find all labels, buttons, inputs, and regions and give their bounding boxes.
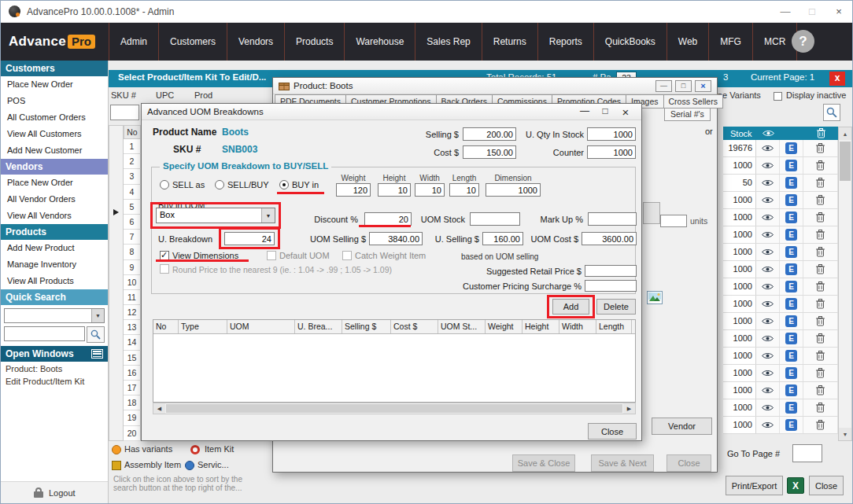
delete-row-button[interactable]	[803, 157, 838, 174]
view-row-button[interactable]	[756, 313, 780, 329]
sidebar-item[interactable]: Place New Order	[1, 76, 108, 93]
uom-dialog-titlebar[interactable]: Advanced UOM Breakdowns — □ ×	[142, 104, 641, 120]
edit-row-button[interactable]	[780, 313, 803, 329]
surcharge-field[interactable]	[585, 280, 637, 292]
length-field[interactable]: 10	[449, 183, 479, 197]
scrollbar-thumb[interactable]	[840, 142, 851, 181]
view-row-button[interactable]	[756, 261, 780, 278]
nav-menu-item[interactable]: Admin	[109, 23, 159, 61]
view-row-button[interactable]	[756, 157, 780, 174]
row-number-cell[interactable]: 11	[124, 290, 141, 305]
row-number-cell[interactable]: 4	[124, 185, 141, 200]
edit-row-button[interactable]	[780, 157, 803, 174]
row-number-cell[interactable]: 6	[124, 215, 141, 230]
open-window-item[interactable]: Product: Boots	[1, 363, 108, 374]
uom-grid-column-header[interactable]: No	[153, 320, 179, 333]
row-number-cell[interactable]: 2	[124, 154, 141, 169]
view-row-button[interactable]	[756, 348, 780, 364]
nav-menu-item[interactable]: Sales Rep	[415, 23, 482, 61]
open-window-item[interactable]: Edit Product/Item Kit	[1, 376, 108, 387]
view-row-button[interactable]	[756, 417, 780, 433]
edit-row-button[interactable]	[780, 175, 803, 191]
view-row-button[interactable]	[756, 192, 780, 208]
scroll-right-icon[interactable]: ▶	[623, 403, 635, 414]
radio-sell-as[interactable]: SELL as	[160, 180, 205, 189]
close-uom-button[interactable]: Close	[588, 423, 637, 440]
quick-search-button[interactable]	[87, 326, 105, 343]
delete-row-button[interactable]	[803, 175, 838, 191]
delete-row-button[interactable]	[803, 417, 838, 433]
sidebar-item[interactable]: All Vendor Orders	[1, 191, 108, 208]
sidebar-item[interactable]: Add New Customer	[1, 142, 108, 159]
help-button[interactable]: ?	[792, 30, 814, 53]
delete-row-button[interactable]	[803, 330, 838, 347]
row-number-cell[interactable]: 17	[124, 381, 141, 395]
view-row-button[interactable]	[756, 175, 780, 191]
u-selling-field[interactable]: 160.00	[482, 232, 523, 245]
scroll-down-icon[interactable]: ▼	[839, 428, 851, 440]
add-button[interactable]: Add	[552, 299, 589, 315]
minimize-button[interactable]: —	[574, 105, 595, 119]
view-row-button[interactable]	[756, 365, 780, 381]
sidebar-item[interactable]: All Customer Orders	[1, 109, 108, 126]
view-dimensions-checkbox[interactable]: View Dimensions	[160, 251, 238, 260]
sidebar-item[interactable]: Add New Product	[1, 240, 108, 256]
row-number-cell[interactable]: 20	[124, 426, 141, 441]
weight-field[interactable]: 120	[336, 183, 371, 197]
delete-row-button[interactable]	[803, 348, 838, 364]
chevron-down-icon[interactable]: ▼	[261, 208, 275, 223]
nav-menu-item[interactable]: MFG	[709, 23, 753, 61]
row-number-cell[interactable]: 10	[124, 275, 141, 290]
edit-row-button[interactable]	[780, 365, 803, 381]
row-number-cell[interactable]: 14	[124, 335, 141, 350]
sidebar-item[interactable]: View All Products	[1, 273, 108, 289]
dimension-field[interactable]: 1000	[486, 183, 541, 197]
counter-field[interactable]: 1000	[587, 145, 636, 159]
qty-in-stock-field[interactable]: 1000	[587, 127, 636, 141]
row-number-cell[interactable]: 12	[124, 305, 141, 320]
nav-menu-item[interactable]: MCR	[753, 23, 797, 61]
radio-buy-in[interactable]: BUY in	[279, 180, 319, 189]
product-dialog-titlebar[interactable]: Product: Boots — □ ×	[273, 78, 717, 94]
row-number-cell[interactable]: 19	[124, 410, 141, 425]
nav-menu-item[interactable]: Customers	[159, 23, 227, 61]
nav-menu-item[interactable]: Returns	[482, 23, 538, 61]
product-dialog-tab[interactable]: Cross Sellers	[663, 94, 723, 109]
radio-sell-buy[interactable]: SELL/BUY	[215, 180, 269, 189]
quick-search-dropdown[interactable]: ▼	[4, 308, 105, 323]
uom-grid-column-header[interactable]: UOM St...	[438, 320, 486, 333]
row-number-cell[interactable]: 15	[124, 351, 141, 366]
display-inactive-checkbox[interactable]	[774, 92, 782, 101]
round-price-checkbox[interactable]	[160, 264, 169, 274]
delete-row-button[interactable]	[803, 382, 838, 399]
sidebar-item[interactable]: Manage Inventory	[1, 256, 108, 273]
row-number-cell[interactable]: 7	[124, 230, 141, 245]
delete-button[interactable]: Delete	[596, 299, 636, 315]
vendor-button[interactable]: Vendor	[652, 418, 712, 435]
scroll-up-icon[interactable]: ▲	[839, 127, 851, 140]
edit-row-button[interactable]	[780, 226, 803, 243]
close-button[interactable]: ×	[695, 80, 711, 92]
stock-header-label[interactable]: Stock	[723, 127, 756, 140]
excel-export-icon[interactable]: X	[787, 477, 804, 494]
nav-menu-item[interactable]: Reports	[538, 23, 594, 61]
uom-selling-field[interactable]: 3840.00	[369, 232, 423, 245]
edit-row-button[interactable]	[780, 330, 803, 347]
print-export-button[interactable]: Print/Export	[726, 476, 783, 495]
close-page-button[interactable]: Close	[809, 476, 844, 495]
suggested-retail-field[interactable]	[585, 265, 637, 277]
buy-in-uom-dropdown[interactable]: Box ▼	[156, 208, 275, 223]
delete-row-button[interactable]	[803, 209, 838, 226]
uom-grid-column-header[interactable]: Width	[559, 320, 596, 333]
edit-row-button[interactable]	[780, 140, 803, 156]
nav-menu-item[interactable]: Vendors	[227, 23, 285, 61]
column-prod[interactable]: Prod	[194, 90, 212, 100]
delete-row-button[interactable]	[803, 226, 838, 243]
minimize-button[interactable]: —	[655, 80, 672, 92]
row-number-cell[interactable]: 9	[124, 260, 141, 275]
nav-menu-item[interactable]: Web	[667, 23, 709, 61]
sidebar-item[interactable]: View All Vendors	[1, 208, 108, 224]
delete-row-button[interactable]	[803, 244, 838, 260]
view-row-button[interactable]	[756, 399, 780, 416]
horizontal-scrollbar[interactable]: ◀ ▶	[153, 403, 636, 414]
